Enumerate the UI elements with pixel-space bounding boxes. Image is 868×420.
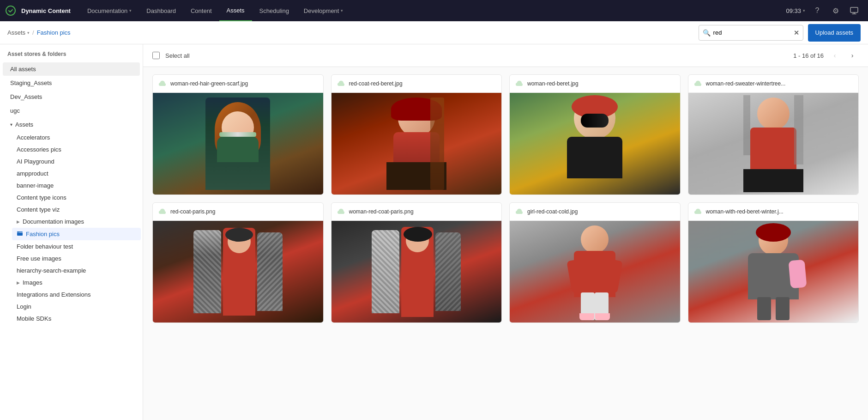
asset-card-header: woman-red-hair-green-scarf.jpg bbox=[153, 75, 323, 93]
caret-icon: ▾ bbox=[341, 8, 343, 13]
asset-card[interactable]: red-coat-red-beret.jpg bbox=[331, 74, 502, 195]
asset-image-container bbox=[510, 221, 680, 323]
sidebar-children: Accelerators Accessories pics AI Playgro… bbox=[0, 132, 143, 324]
settings-icon[interactable]: ⚙ bbox=[829, 4, 842, 17]
expander-icon: ▶ bbox=[17, 280, 20, 285]
cloud-asset-icon bbox=[158, 79, 167, 88]
sidebar-item-content-type-viz[interactable]: Content type viz bbox=[12, 204, 141, 215]
nav-right: 09:33 ▾ ? ⚙ bbox=[786, 4, 868, 17]
section-chevron-icon: ▾ bbox=[10, 122, 12, 127]
sidebar-item-accessories-pics[interactable]: Accessories pics bbox=[12, 144, 141, 155]
clear-search-button[interactable]: ✕ bbox=[794, 29, 799, 37]
search-input[interactable] bbox=[713, 29, 791, 36]
asset-image-container bbox=[153, 221, 323, 323]
asset-card[interactable]: woman-red-hair-green-scarf.jpg bbox=[152, 74, 324, 195]
asset-image-container bbox=[688, 221, 859, 323]
select-all-label[interactable]: Select all bbox=[165, 52, 190, 59]
sidebar-item-hierarchy-search[interactable]: hierarchy-search-example bbox=[12, 265, 141, 276]
svg-point-0 bbox=[6, 6, 15, 15]
sidebar-item-dev[interactable]: Dev_Assets bbox=[3, 90, 140, 103]
asset-card[interactable]: red-coat-paris.png bbox=[152, 202, 324, 323]
asset-filename: red-coat-paris.png bbox=[170, 208, 215, 215]
asset-filename: red-coat-red-beret.jpg bbox=[349, 80, 403, 87]
nav-item-scheduling[interactable]: Scheduling bbox=[252, 0, 296, 21]
breadcrumb-caret-icon: ▾ bbox=[27, 30, 30, 35]
sidebar-item-ugc[interactable]: ugc bbox=[3, 104, 140, 117]
nav-item-development[interactable]: Development ▾ bbox=[296, 0, 351, 21]
asset-filename: girl-red-coat-cold.jpg bbox=[527, 208, 578, 215]
cloud-asset-icon bbox=[694, 79, 702, 88]
asset-card[interactable]: girl-red-coat-cold.jpg bbox=[509, 202, 681, 323]
asset-image-container bbox=[510, 93, 680, 195]
caret-icon: ▾ bbox=[129, 8, 132, 13]
asset-image-container bbox=[688, 93, 859, 195]
breadcrumb-root[interactable]: Assets ▾ bbox=[7, 29, 30, 36]
nav-item-documentation[interactable]: Documentation ▾ bbox=[80, 0, 139, 21]
asset-filename: woman-red-beret.jpg bbox=[527, 80, 579, 87]
sidebar-item-integrations[interactable]: Integrations and Extensions bbox=[12, 289, 141, 300]
breadcrumb-current: Fashion pics bbox=[37, 29, 71, 36]
sidebar-item-accelerators[interactable]: Accelerators bbox=[12, 132, 141, 143]
asset-card-header: red-coat-red-beret.jpg bbox=[332, 75, 502, 93]
asset-grid: woman-red-hair-green-scarf.jpg bbox=[143, 67, 868, 330]
search-box: 🔍 ✕ bbox=[699, 25, 803, 41]
nav-items: Documentation ▾ Dashboard Content Assets… bbox=[80, 0, 786, 21]
main-layout: Asset stores & folders All assets Stagin… bbox=[0, 44, 868, 420]
asset-card-header: girl-red-coat-cold.jpg bbox=[510, 203, 680, 221]
sidebar-item-mobile-sdks[interactable]: Mobile SDKs bbox=[12, 313, 141, 324]
next-page-button[interactable]: › bbox=[846, 49, 859, 62]
asset-filename: woman-with-red-beret-winter.j... bbox=[706, 208, 784, 215]
sidebar-item-ai-playground[interactable]: AI Playground bbox=[12, 156, 141, 167]
folder-icon bbox=[17, 230, 23, 238]
sidebar-title: Asset stores & folders bbox=[0, 44, 143, 62]
sidebar-item-free-use-images[interactable]: Free use images bbox=[12, 253, 141, 264]
pagination-info: 1 - 16 of 16 ‹ › bbox=[793, 49, 859, 62]
asset-card-header: woman-red-coat-paris.png bbox=[332, 203, 502, 221]
asset-card[interactable]: woman-red-beret.jpg bbox=[509, 74, 681, 195]
sidebar-item-all-assets[interactable]: All assets bbox=[3, 62, 140, 76]
sidebar-item-login[interactable]: Login bbox=[12, 301, 141, 312]
cloud-asset-icon bbox=[515, 207, 524, 216]
asset-image-container bbox=[153, 93, 323, 195]
sidebar-item-content-type-icons[interactable]: Content type icons bbox=[12, 192, 141, 203]
asset-filename: woman-red-coat-paris.png bbox=[349, 208, 414, 215]
select-all-checkbox[interactable] bbox=[152, 52, 160, 59]
sidebar-item-banner-image[interactable]: banner-image bbox=[12, 180, 141, 191]
cloud-asset-icon bbox=[515, 79, 524, 88]
cloud-asset-icon bbox=[337, 79, 345, 88]
asset-card-header: woman-red-sweater-wintertree... bbox=[688, 75, 859, 93]
expander-icon: ▶ bbox=[17, 219, 20, 224]
logo[interactable] bbox=[0, 0, 21, 21]
sidebar-item-folder-behaviour[interactable]: Folder behaviour test bbox=[12, 241, 141, 252]
svg-rect-1 bbox=[850, 7, 858, 12]
top-nav: Dynamic Content Documentation ▾ Dashboar… bbox=[0, 0, 868, 21]
cloud-asset-icon bbox=[694, 207, 702, 216]
upload-assets-button[interactable]: Upload assets bbox=[808, 24, 861, 42]
cloud-asset-icon bbox=[337, 207, 345, 216]
search-icon: 🔍 bbox=[703, 29, 711, 37]
sidebar-section-assets[interactable]: ▾ Assets bbox=[3, 118, 140, 131]
monitor-icon[interactable] bbox=[848, 4, 861, 17]
asset-card[interactable]: woman-with-red-beret-winter.j... bbox=[688, 202, 859, 323]
asset-card-header: woman-red-beret.jpg bbox=[510, 75, 680, 93]
nav-item-assets[interactable]: Assets bbox=[219, 0, 252, 21]
cloud-asset-icon bbox=[158, 207, 167, 216]
prev-page-button[interactable]: ‹ bbox=[828, 49, 841, 62]
sidebar-item-documentation-images[interactable]: ▶ Documentation images bbox=[12, 216, 141, 227]
nav-item-content[interactable]: Content bbox=[183, 0, 219, 21]
asset-card[interactable]: woman-red-sweater-wintertree... bbox=[688, 74, 859, 195]
asset-card-header: woman-with-red-beret-winter.j... bbox=[688, 203, 859, 221]
sidebar-item-ampproduct[interactable]: ampproduct bbox=[12, 168, 141, 179]
asset-card[interactable]: woman-red-coat-paris.png bbox=[331, 202, 502, 323]
help-icon[interactable]: ? bbox=[811, 4, 824, 17]
asset-image-container bbox=[332, 221, 502, 323]
breadcrumb-right: 🔍 ✕ Upload assets bbox=[699, 24, 861, 42]
asset-card-header: red-coat-paris.png bbox=[153, 203, 323, 221]
nav-item-dashboard[interactable]: Dashboard bbox=[139, 0, 183, 21]
sidebar-item-images[interactable]: ▶ Images bbox=[12, 277, 141, 288]
asset-image-container bbox=[332, 93, 502, 195]
sidebar-item-fashion-pics[interactable]: Fashion pics bbox=[12, 228, 141, 240]
time-caret-icon[interactable]: ▾ bbox=[803, 8, 805, 13]
sidebar: Asset stores & folders All assets Stagin… bbox=[0, 44, 143, 420]
sidebar-item-staging[interactable]: Staging_Assets bbox=[3, 76, 140, 90]
